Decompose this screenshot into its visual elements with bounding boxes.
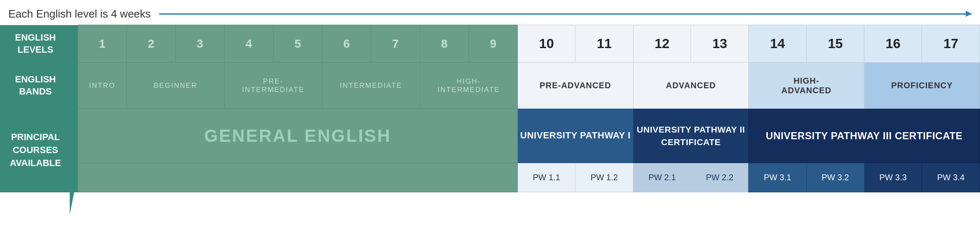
band-beginner: BEGINNER (127, 63, 224, 109)
row-label-levels: ENGLISH LEVELS (5, 32, 66, 56)
pw-2-1: PW 2.1 (633, 163, 691, 192)
row-label-bands: ENGLISH BANDS (5, 74, 66, 97)
pw-3-1: PW 3.1 (749, 163, 806, 192)
pw-1-1: PW 1.1 (518, 163, 575, 192)
level-15: 15 (806, 25, 864, 63)
level-11: 11 (575, 25, 633, 63)
level-17: 17 (922, 25, 980, 63)
pw-3-2: PW 3.2 (806, 163, 864, 192)
band-proficiency: PROFICIENCY (864, 63, 980, 109)
level-2: 2 (127, 25, 175, 63)
band-high-advanced: HIGH-ADVANCED (749, 63, 864, 109)
general-english-bottom (78, 163, 517, 192)
pw-2-2: PW 2.2 (691, 163, 749, 192)
level-6: 6 (322, 25, 371, 63)
band-high-intermediate: HIGH-INTERMEDIATE (420, 63, 518, 109)
band-advanced: ADVANCED (633, 63, 749, 109)
course-pathway-3: UNIVERSITY PATHWAY III CERTIFICATE (749, 109, 980, 163)
band-pre-advanced: PRE-ADVANCED (518, 63, 633, 109)
level-9: 9 (469, 25, 518, 63)
level-1: 1 (78, 25, 127, 63)
band-pre-intermediate: PRE-INTERMEDIATE (224, 63, 322, 109)
pw-3-3: PW 3.3 (864, 163, 922, 192)
level-8: 8 (420, 25, 469, 63)
level-5: 5 (273, 25, 322, 63)
timeline-label: Each English level is 4 weeks (8, 8, 151, 20)
course-pathway-2: UNIVERSITY PATHWAY II CERTIFICATE (633, 109, 749, 163)
level-3: 3 (175, 25, 224, 63)
timeline-arrow (159, 13, 972, 15)
main-table: ENGLISH LEVELS 1 2 3 4 5 6 7 8 9 10 11 1… (0, 25, 980, 192)
row-label-courses: PRINCIPALCOURSESAVAILABLE (10, 131, 61, 169)
level-4: 4 (224, 25, 273, 63)
level-14: 14 (749, 25, 806, 63)
pw-1-2: PW 1.2 (575, 163, 633, 192)
pw-3-4: PW 3.4 (922, 163, 980, 192)
level-10: 10 (518, 25, 575, 63)
course-general-english: GENERAL ENGLISH (78, 109, 517, 163)
level-12: 12 (633, 25, 691, 63)
course-pathway-1: UNIVERSITY PATHWAY I (518, 109, 633, 163)
band-intermediate: INTERMEDIATE (322, 63, 420, 109)
page-container: Each English level is 4 weeks ENGLISH LE… (0, 0, 980, 192)
timeline-row: Each English level is 4 weeks (0, 0, 980, 25)
level-13: 13 (691, 25, 749, 63)
band-intro: INTRO (78, 63, 127, 109)
level-7: 7 (371, 25, 420, 63)
level-16: 16 (864, 25, 922, 63)
